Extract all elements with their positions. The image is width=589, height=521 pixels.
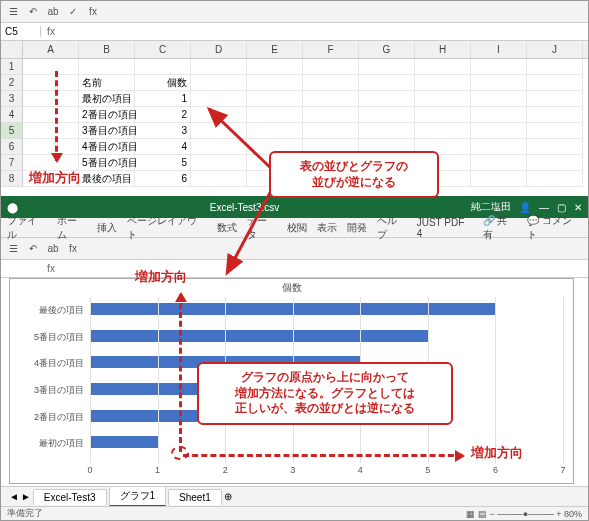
tab-formulas[interactable]: 数式 (217, 221, 237, 235)
zoom-in-icon[interactable]: + (556, 509, 561, 519)
bar[interactable] (90, 330, 428, 342)
increase-arrow-chart-h (183, 454, 463, 457)
col-H[interactable]: H (415, 41, 471, 58)
zoom-out-icon[interactable]: − (489, 509, 494, 519)
quick-toolbar: ☰ ↶ ab ✓ fx (1, 1, 588, 23)
tab-help[interactable]: ヘルプ (377, 214, 407, 242)
callout1-line1: 表の並びとグラフの (281, 159, 427, 175)
window-min-icon[interactable]: — (539, 202, 549, 213)
col-A[interactable]: A (23, 41, 79, 58)
callout2-line1: グラフの原点から上に向かって (209, 370, 441, 386)
undo-icon[interactable]: ↶ (25, 241, 41, 257)
increase-label-chart-h: 増加方向 (471, 444, 523, 462)
name-box[interactable]: C5 (1, 26, 41, 37)
increase-arrow-chart-v (179, 294, 182, 452)
col-J[interactable]: J (527, 41, 583, 58)
user-avatar-icon[interactable]: 👤 (519, 202, 531, 213)
x-tick: 5 (425, 465, 430, 475)
fx-label: fx (41, 26, 61, 37)
menu-icon[interactable]: ☰ (5, 241, 21, 257)
share-button[interactable]: 🔗 共有 (483, 214, 518, 242)
row-2[interactable]: 2名前個数 (1, 75, 588, 91)
new-sheet-icon[interactable]: ⊕ (224, 491, 232, 502)
bar-row: 5番目の項目 (90, 330, 563, 344)
tab-file[interactable]: ファイル (7, 214, 47, 242)
category-label: 4番目の項目 (14, 356, 84, 370)
increase-label-chart-v: 増加方向 (135, 268, 187, 286)
increase-arrow-table (55, 71, 58, 161)
format-icon[interactable]: ab (45, 4, 61, 20)
view-page-icon[interactable]: ▤ (478, 509, 487, 519)
col-I[interactable]: I (471, 41, 527, 58)
tab-nav-prev-icon[interactable]: ◄ (9, 491, 19, 502)
format-icon[interactable]: ab (45, 241, 61, 257)
x-tick: 2 (223, 465, 228, 475)
category-label: 最後の項目 (14, 303, 84, 317)
x-tick: 6 (493, 465, 498, 475)
menu-icon[interactable]: ☰ (5, 4, 21, 20)
col-G[interactable]: G (359, 41, 415, 58)
x-tick: 1 (155, 465, 160, 475)
tab-data[interactable]: データ (247, 214, 277, 242)
callout-chart-origin: グラフの原点から上に向かって 増加方法になる。グラフとしては 正しいが、表の並び… (197, 362, 453, 425)
x-tick: 0 (87, 465, 92, 475)
category-label: 2番目の項目 (14, 410, 84, 424)
window-title: Excel-Test3.csv (18, 202, 471, 213)
bar-row: 最後の項目 (90, 303, 563, 317)
formula-bar-bottom: fx (1, 260, 588, 278)
category-label: 最初の項目 (14, 436, 84, 450)
gridline (158, 297, 159, 463)
origin-marker (171, 446, 189, 460)
tab-pagelayout[interactable]: ページレイアウト (127, 214, 207, 242)
col-C[interactable]: C (135, 41, 191, 58)
tab-view[interactable]: 表示 (317, 221, 337, 235)
zoom-value[interactable]: 80% (564, 509, 582, 519)
row-4[interactable]: 42番目の項目2 (1, 107, 588, 123)
category-label: 5番目の項目 (14, 330, 84, 344)
x-tick: 3 (290, 465, 295, 475)
fx-label-bottom: fx (41, 263, 61, 274)
view-normal-icon[interactable]: ▦ (466, 509, 475, 519)
row-5[interactable]: 53番目の項目3 (1, 123, 588, 139)
tab-home[interactable]: ホーム (57, 214, 87, 242)
comment-button[interactable]: 💬 コメント (527, 214, 582, 242)
col-F[interactable]: F (303, 41, 359, 58)
formula-bar: C5 fx (1, 23, 588, 41)
sheet-tab-2[interactable]: Sheet1 (168, 489, 222, 505)
tab-developer[interactable]: 開発 (347, 221, 367, 235)
window-close-icon[interactable]: ✕ (574, 202, 582, 213)
window-max-icon[interactable]: ▢ (557, 202, 566, 213)
sheet-tab-1[interactable]: グラフ1 (109, 486, 167, 507)
category-label: 3番目の項目 (14, 383, 84, 397)
col-E[interactable]: E (247, 41, 303, 58)
callout1-line2: 並びが逆になる (281, 175, 427, 191)
sheet-tab-0[interactable]: Excel-Test3 (33, 489, 107, 505)
increase-label-table: 増加方向 (29, 169, 81, 187)
check-icon[interactable]: ✓ (65, 4, 81, 20)
tab-review[interactable]: 校閲 (287, 221, 307, 235)
callout-table-chart-reverse: 表の並びとグラフの 並びが逆になる (269, 151, 439, 198)
gridline (563, 297, 564, 463)
user-name: 純二塩田 (471, 200, 511, 214)
tab-justpdf[interactable]: JUST PDF 4 (417, 217, 473, 239)
gridline (495, 297, 496, 463)
tab-nav-next-icon[interactable]: ► (21, 491, 31, 502)
bar[interactable] (90, 436, 158, 448)
status-bar: 準備完了 ▦ ▤ − ────●──── + 80% (1, 506, 588, 520)
sheet-tabs: ◄ ► Excel-Test3 グラフ1 Sheet1 ⊕ (1, 486, 588, 506)
col-D[interactable]: D (191, 41, 247, 58)
autosave-icon[interactable]: ⬤ (7, 202, 18, 213)
col-B[interactable]: B (79, 41, 135, 58)
ribbon-tabs: ファイル ホーム 挿入 ページレイアウト 数式 データ 校閲 表示 開発 ヘルプ… (1, 218, 588, 238)
undo-icon[interactable]: ↶ (25, 4, 41, 20)
callout2-line3: 正しいが、表の並びとは逆になる (209, 401, 441, 417)
select-all-corner[interactable] (1, 41, 23, 58)
status-text: 準備完了 (7, 507, 43, 520)
tab-insert[interactable]: 挿入 (97, 221, 117, 235)
row-3[interactable]: 3最初の項目1 (1, 91, 588, 107)
fx-icon[interactable]: fx (85, 4, 101, 20)
x-tick: 7 (560, 465, 565, 475)
row-1[interactable]: 1 (1, 59, 588, 75)
fx-icon[interactable]: fx (65, 241, 81, 257)
zoom-slider[interactable]: ────●──── (497, 509, 553, 519)
